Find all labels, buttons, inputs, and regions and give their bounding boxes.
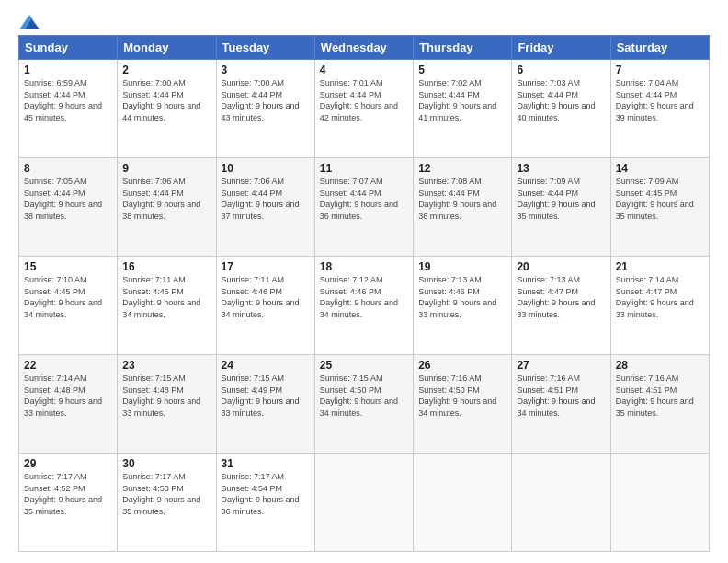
day-info: Sunrise: 7:00 AM Sunset: 4:44 PM Dayligh… bbox=[122, 77, 210, 123]
day-number: 31 bbox=[222, 457, 310, 470]
header-row: SundayMondayTuesdayWednesdayThursdayFrid… bbox=[19, 36, 710, 60]
header-day: Wednesday bbox=[314, 36, 413, 60]
day-info: Sunrise: 7:09 AM Sunset: 4:45 PM Dayligh… bbox=[616, 176, 704, 222]
calendar-cell bbox=[512, 454, 610, 552]
day-number: 13 bbox=[517, 162, 605, 175]
header-day: Saturday bbox=[610, 36, 709, 60]
header-day: Tuesday bbox=[216, 36, 314, 60]
calendar-cell: 8 Sunrise: 7:05 AM Sunset: 4:44 PM Dayli… bbox=[19, 158, 118, 257]
calendar-cell: 10 Sunrise: 7:06 AM Sunset: 4:44 PM Dayl… bbox=[216, 158, 314, 257]
day-info: Sunrise: 7:12 AM Sunset: 4:46 PM Dayligh… bbox=[320, 274, 408, 320]
header bbox=[18, 15, 710, 26]
day-number: 16 bbox=[122, 260, 210, 273]
calendar-cell: 20 Sunrise: 7:13 AM Sunset: 4:47 PM Dayl… bbox=[512, 257, 610, 355]
day-number: 8 bbox=[24, 162, 112, 175]
day-info: Sunrise: 7:17 AM Sunset: 4:53 PM Dayligh… bbox=[122, 471, 210, 517]
day-info: Sunrise: 7:01 AM Sunset: 4:44 PM Dayligh… bbox=[320, 77, 408, 123]
calendar-cell: 7 Sunrise: 7:04 AM Sunset: 4:44 PM Dayli… bbox=[610, 60, 709, 158]
day-number: 23 bbox=[122, 359, 210, 372]
calendar-cell: 21 Sunrise: 7:14 AM Sunset: 4:47 PM Dayl… bbox=[610, 257, 709, 355]
day-info: Sunrise: 7:11 AM Sunset: 4:45 PM Dayligh… bbox=[122, 274, 210, 320]
day-number: 14 bbox=[616, 162, 704, 175]
calendar-cell: 23 Sunrise: 7:15 AM Sunset: 4:48 PM Dayl… bbox=[118, 355, 216, 454]
calendar-cell: 25 Sunrise: 7:15 AM Sunset: 4:50 PM Dayl… bbox=[314, 355, 413, 454]
day-info: Sunrise: 7:03 AM Sunset: 4:44 PM Dayligh… bbox=[517, 77, 605, 123]
day-number: 19 bbox=[418, 260, 506, 273]
calendar-cell bbox=[414, 454, 512, 552]
day-info: Sunrise: 7:14 AM Sunset: 4:48 PM Dayligh… bbox=[24, 373, 112, 419]
day-number: 11 bbox=[320, 162, 408, 175]
day-info: Sunrise: 7:14 AM Sunset: 4:47 PM Dayligh… bbox=[616, 274, 704, 320]
calendar-cell: 11 Sunrise: 7:07 AM Sunset: 4:44 PM Dayl… bbox=[314, 158, 413, 257]
day-number: 24 bbox=[222, 359, 310, 372]
day-info: Sunrise: 7:15 AM Sunset: 4:49 PM Dayligh… bbox=[222, 373, 310, 419]
day-info: Sunrise: 7:00 AM Sunset: 4:44 PM Dayligh… bbox=[222, 77, 310, 123]
calendar-cell: 1 Sunrise: 6:59 AM Sunset: 4:44 PM Dayli… bbox=[19, 60, 118, 158]
day-number: 3 bbox=[222, 63, 310, 76]
day-number: 7 bbox=[616, 63, 704, 76]
calendar-week: 29 Sunrise: 7:17 AM Sunset: 4:52 PM Dayl… bbox=[19, 454, 710, 552]
day-info: Sunrise: 7:05 AM Sunset: 4:44 PM Dayligh… bbox=[24, 176, 112, 222]
day-info: Sunrise: 7:13 AM Sunset: 4:47 PM Dayligh… bbox=[517, 274, 605, 320]
day-info: Sunrise: 7:17 AM Sunset: 4:52 PM Dayligh… bbox=[24, 471, 112, 517]
day-info: Sunrise: 7:15 AM Sunset: 4:50 PM Dayligh… bbox=[320, 373, 408, 419]
calendar-cell: 6 Sunrise: 7:03 AM Sunset: 4:44 PM Dayli… bbox=[512, 60, 610, 158]
calendar-cell: 27 Sunrise: 7:16 AM Sunset: 4:51 PM Dayl… bbox=[512, 355, 610, 454]
day-number: 10 bbox=[222, 162, 310, 175]
calendar-cell: 9 Sunrise: 7:06 AM Sunset: 4:44 PM Dayli… bbox=[118, 158, 216, 257]
calendar-cell: 3 Sunrise: 7:00 AM Sunset: 4:44 PM Dayli… bbox=[216, 60, 314, 158]
day-info: Sunrise: 7:16 AM Sunset: 4:51 PM Dayligh… bbox=[517, 373, 605, 419]
calendar-cell: 4 Sunrise: 7:01 AM Sunset: 4:44 PM Dayli… bbox=[314, 60, 413, 158]
header-day: Sunday bbox=[19, 36, 118, 60]
calendar-week: 15 Sunrise: 7:10 AM Sunset: 4:45 PM Dayl… bbox=[19, 257, 710, 355]
calendar-cell: 14 Sunrise: 7:09 AM Sunset: 4:45 PM Dayl… bbox=[610, 158, 709, 257]
day-info: Sunrise: 7:16 AM Sunset: 4:51 PM Dayligh… bbox=[616, 373, 704, 419]
day-number: 6 bbox=[517, 63, 605, 76]
day-number: 30 bbox=[122, 457, 210, 470]
calendar-cell: 31 Sunrise: 7:17 AM Sunset: 4:54 PM Dayl… bbox=[216, 454, 314, 552]
calendar-cell: 17 Sunrise: 7:11 AM Sunset: 4:46 PM Dayl… bbox=[216, 257, 314, 355]
calendar-cell: 26 Sunrise: 7:16 AM Sunset: 4:50 PM Dayl… bbox=[414, 355, 512, 454]
header-day: Thursday bbox=[414, 36, 512, 60]
day-number: 26 bbox=[418, 359, 506, 372]
day-info: Sunrise: 7:06 AM Sunset: 4:44 PM Dayligh… bbox=[122, 176, 210, 222]
day-info: Sunrise: 7:08 AM Sunset: 4:44 PM Dayligh… bbox=[418, 176, 506, 222]
calendar-cell: 13 Sunrise: 7:09 AM Sunset: 4:44 PM Dayl… bbox=[512, 158, 610, 257]
day-number: 28 bbox=[616, 359, 704, 372]
day-info: Sunrise: 7:09 AM Sunset: 4:44 PM Dayligh… bbox=[517, 176, 605, 222]
day-info: Sunrise: 7:07 AM Sunset: 4:44 PM Dayligh… bbox=[320, 176, 408, 222]
calendar-week: 22 Sunrise: 7:14 AM Sunset: 4:48 PM Dayl… bbox=[19, 355, 710, 454]
day-number: 17 bbox=[222, 260, 310, 273]
day-info: Sunrise: 7:15 AM Sunset: 4:48 PM Dayligh… bbox=[122, 373, 210, 419]
header-day: Monday bbox=[118, 36, 216, 60]
logo bbox=[18, 15, 40, 26]
calendar-cell: 15 Sunrise: 7:10 AM Sunset: 4:45 PM Dayl… bbox=[19, 257, 118, 355]
calendar-body: 1 Sunrise: 6:59 AM Sunset: 4:44 PM Dayli… bbox=[19, 60, 710, 552]
day-number: 20 bbox=[517, 260, 605, 273]
calendar-cell: 29 Sunrise: 7:17 AM Sunset: 4:52 PM Dayl… bbox=[19, 454, 118, 552]
day-number: 12 bbox=[418, 162, 506, 175]
calendar-table: SundayMondayTuesdayWednesdayThursdayFrid… bbox=[18, 35, 710, 552]
calendar-cell: 28 Sunrise: 7:16 AM Sunset: 4:51 PM Dayl… bbox=[610, 355, 709, 454]
calendar-cell: 18 Sunrise: 7:12 AM Sunset: 4:46 PM Dayl… bbox=[314, 257, 413, 355]
page: SundayMondayTuesdayWednesdayThursdayFrid… bbox=[0, 0, 728, 563]
day-number: 18 bbox=[320, 260, 408, 273]
calendar-cell: 19 Sunrise: 7:13 AM Sunset: 4:46 PM Dayl… bbox=[414, 257, 512, 355]
day-number: 21 bbox=[616, 260, 704, 273]
day-info: Sunrise: 7:06 AM Sunset: 4:44 PM Dayligh… bbox=[222, 176, 310, 222]
calendar-cell bbox=[314, 454, 413, 552]
day-number: 22 bbox=[24, 359, 112, 372]
calendar-cell: 5 Sunrise: 7:02 AM Sunset: 4:44 PM Dayli… bbox=[414, 60, 512, 158]
calendar-cell bbox=[610, 454, 709, 552]
calendar-cell: 22 Sunrise: 7:14 AM Sunset: 4:48 PM Dayl… bbox=[19, 355, 118, 454]
calendar-cell: 30 Sunrise: 7:17 AM Sunset: 4:53 PM Dayl… bbox=[118, 454, 216, 552]
day-info: Sunrise: 7:10 AM Sunset: 4:45 PM Dayligh… bbox=[24, 274, 112, 320]
day-info: Sunrise: 7:17 AM Sunset: 4:54 PM Dayligh… bbox=[222, 471, 310, 517]
day-number: 5 bbox=[418, 63, 506, 76]
calendar-cell: 16 Sunrise: 7:11 AM Sunset: 4:45 PM Dayl… bbox=[118, 257, 216, 355]
day-number: 27 bbox=[517, 359, 605, 372]
day-info: Sunrise: 7:11 AM Sunset: 4:46 PM Dayligh… bbox=[222, 274, 310, 320]
day-number: 4 bbox=[320, 63, 408, 76]
day-number: 1 bbox=[24, 63, 112, 76]
calendar-cell: 12 Sunrise: 7:08 AM Sunset: 4:44 PM Dayl… bbox=[414, 158, 512, 257]
